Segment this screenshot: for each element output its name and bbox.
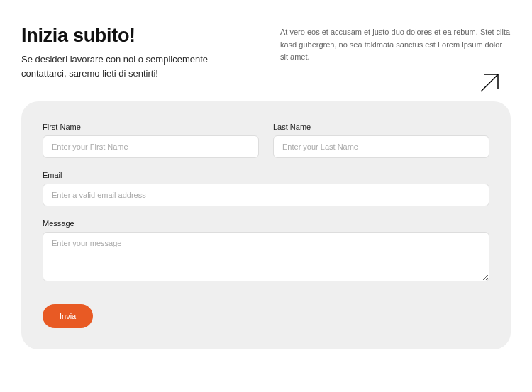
- message-label: Message: [43, 219, 489, 228]
- message-group: Message: [43, 219, 489, 284]
- submit-button[interactable]: Invia: [43, 304, 93, 328]
- header-section: Inizia subito! Se desideri lavorare con …: [21, 25, 511, 80]
- header-description: At vero eos et accusam et justo duo dolo…: [280, 25, 511, 64]
- svg-line-0: [481, 74, 498, 91]
- page-subtitle: Se desideri lavorare con noi o semplicem…: [21, 52, 234, 80]
- last-name-input[interactable]: [273, 135, 489, 158]
- first-name-input[interactable]: [43, 135, 259, 158]
- email-input[interactable]: [43, 184, 489, 206]
- first-name-group: First Name: [43, 123, 259, 158]
- message-input[interactable]: [43, 232, 489, 281]
- email-group: Email: [43, 171, 489, 206]
- form-row-message: Message: [43, 219, 489, 284]
- first-name-label: First Name: [43, 123, 259, 131]
- page-title: Inizia subito!: [21, 25, 252, 47]
- header-left: Inizia subito! Se desideri lavorare con …: [21, 25, 252, 80]
- arrow-up-right-icon: [475, 69, 504, 100]
- last-name-label: Last Name: [273, 123, 489, 131]
- form-row-email: Email: [43, 171, 489, 206]
- form-row-name: First Name Last Name: [43, 123, 489, 158]
- header-right: At vero eos et accusam et justo duo dolo…: [280, 25, 511, 80]
- email-label: Email: [43, 171, 489, 179]
- contact-form-card: First Name Last Name Email Message Invia: [21, 101, 511, 349]
- last-name-group: Last Name: [273, 123, 489, 158]
